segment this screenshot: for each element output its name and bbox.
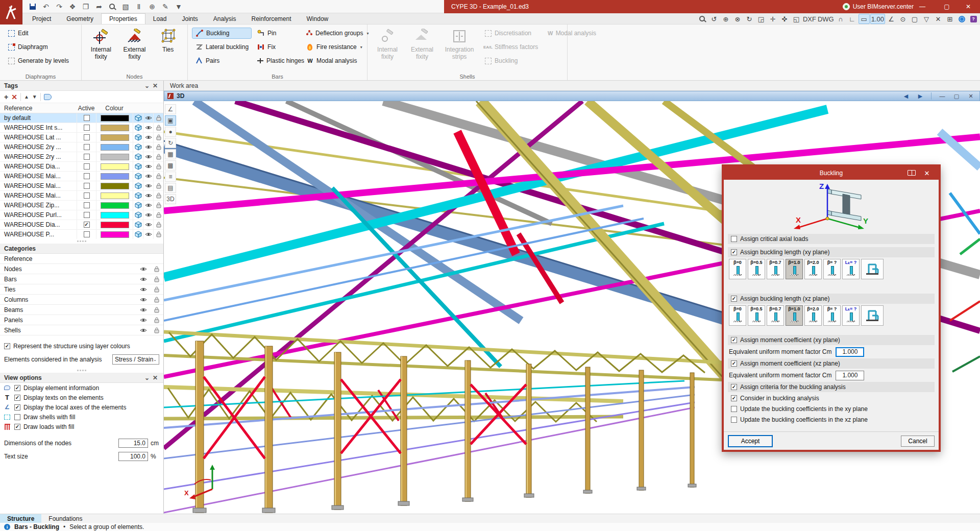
edit-button[interactable]: Edit bbox=[4, 28, 77, 39]
moment-xz-band[interactable]: Assign moment coefficient (xz plane) bbox=[728, 358, 935, 369]
ties-button[interactable]: Ties bbox=[153, 27, 183, 61]
viewport-tool-icon[interactable]: ▤ bbox=[165, 183, 176, 193]
assign-critical-checkbox[interactable] bbox=[731, 236, 737, 242]
cancel-button[interactable]: Cancel bbox=[901, 436, 935, 447]
toolbar-icon[interactable]: ∠ bbox=[886, 14, 897, 24]
active-checkbox[interactable] bbox=[84, 173, 90, 179]
buckling-button[interactable]: Buckling bbox=[192, 28, 252, 39]
visibility-eye-icon[interactable] bbox=[137, 328, 150, 333]
active-checkbox[interactable] bbox=[84, 212, 90, 218]
viewport-tool-icon[interactable]: 3D bbox=[165, 194, 176, 204]
beta-button[interactable]: β=0.7 bbox=[767, 259, 784, 279]
next-view-button[interactable]: ▶ bbox=[915, 93, 926, 100]
tag-row[interactable]: WAREHOUSE Dia... bbox=[0, 162, 163, 172]
toolbar-icon[interactable]: ◱ bbox=[791, 14, 802, 24]
viewport-tool-icon[interactable]: ≡ bbox=[165, 172, 176, 182]
tag-row[interactable]: WAREHOUSE Zip... bbox=[0, 201, 163, 210]
lock-icon[interactable] bbox=[153, 181, 163, 190]
plastic-hinges-button[interactable]: Plastic hinges bbox=[254, 55, 301, 66]
shells-external-fixity-button[interactable]: External fixity bbox=[406, 27, 438, 66]
visibility-eye-icon[interactable] bbox=[143, 181, 153, 190]
render-mode-cube-icon[interactable] bbox=[133, 220, 143, 229]
moment-xz-checkbox[interactable] bbox=[731, 360, 737, 367]
view-option-checkbox[interactable] bbox=[14, 395, 20, 401]
bimserver-user[interactable]: User BIMserver.center bbox=[843, 0, 914, 13]
moment-xy-band[interactable]: Assign moment coefficient (xy plane) bbox=[728, 335, 935, 345]
close-button[interactable]: ✕ bbox=[960, 0, 977, 13]
internal-fixity-button[interactable]: Internal fixity bbox=[86, 27, 116, 61]
toolbar-icon[interactable]: DXF bbox=[802, 14, 817, 24]
toolbar-icon[interactable]: ✛ bbox=[767, 14, 778, 24]
window-close-button[interactable]: ✕ bbox=[965, 93, 976, 100]
tag-row[interactable]: WAREHOUSE P... bbox=[0, 230, 163, 239]
discretisation-button[interactable]: Discretisation bbox=[481, 28, 541, 39]
category-row[interactable]: Nodes bbox=[0, 264, 163, 274]
quick-icon[interactable]: ➦ bbox=[94, 2, 104, 12]
text-size-input[interactable]: 100.0 bbox=[118, 452, 148, 461]
visibility-eye-icon[interactable] bbox=[143, 133, 153, 142]
cm-xz-input[interactable]: 1.000 bbox=[836, 371, 864, 380]
sway-frame-button[interactable] bbox=[861, 259, 884, 279]
fire-resistance-button[interactable]: Fire resistance ▾ bbox=[303, 41, 368, 53]
beta-button[interactable]: β=0.7 bbox=[767, 305, 784, 326]
beta-button[interactable]: β=2.0 bbox=[804, 305, 822, 326]
toolbar-icon[interactable]: ? bbox=[968, 14, 979, 24]
render-mode-cube-icon[interactable] bbox=[133, 113, 143, 123]
document-tab[interactable]: Foundations bbox=[41, 514, 89, 523]
tag-row[interactable]: WAREHOUSE Lat ... bbox=[0, 133, 163, 142]
tag-row[interactable]: WAREHOUSE 2ry ... bbox=[0, 142, 163, 152]
lock-icon[interactable] bbox=[153, 191, 163, 200]
lock-icon[interactable] bbox=[150, 256, 163, 262]
lock-icon[interactable] bbox=[150, 276, 163, 282]
beta-button[interactable]: β=0 bbox=[729, 305, 746, 326]
menu-item[interactable]: Window bbox=[299, 13, 336, 24]
dialog-close-icon[interactable]: ✕ bbox=[919, 170, 935, 177]
quick-icon[interactable]: ✎ bbox=[160, 2, 170, 12]
layer-colours-checkbox[interactable] bbox=[4, 343, 10, 349]
toolbar-icon[interactable]: 1.00 bbox=[870, 14, 885, 24]
lock-icon[interactable] bbox=[150, 266, 163, 272]
active-checkbox[interactable] bbox=[84, 183, 90, 189]
visibility-eye-icon[interactable] bbox=[143, 123, 153, 132]
criteria-band[interactable]: Assign criteria for the buckling analysi… bbox=[728, 382, 935, 392]
lock-icon[interactable] bbox=[153, 230, 163, 239]
view-option-checkbox[interactable] bbox=[14, 414, 20, 420]
colour-swatch[interactable] bbox=[101, 173, 129, 180]
menu-item[interactable]: Properties bbox=[101, 13, 145, 24]
view-option-row[interactable]: Display texts on the elements bbox=[0, 393, 163, 402]
category-row[interactable]: Beams bbox=[0, 305, 163, 315]
view-option-checkbox[interactable] bbox=[14, 424, 20, 430]
deflection-groups-button[interactable]: Deflection groups ▾ bbox=[303, 28, 368, 39]
visibility-eye-icon[interactable] bbox=[143, 230, 153, 239]
previous-view-button[interactable]: ◀ bbox=[900, 93, 912, 100]
render-mode-cube-icon[interactable] bbox=[133, 123, 143, 132]
fix-button[interactable]: Fix bbox=[254, 41, 301, 53]
visibility-eye-icon[interactable] bbox=[143, 152, 153, 161]
dialog-titlebar[interactable]: Buckling ✕ bbox=[724, 166, 939, 180]
quick-icon[interactable]: ▧ bbox=[120, 2, 131, 12]
active-checkbox[interactable] bbox=[84, 154, 90, 160]
lock-icon[interactable] bbox=[150, 286, 163, 293]
visibility-eye-icon[interactable] bbox=[143, 191, 153, 200]
toolbar-icon[interactable] bbox=[697, 14, 708, 24]
menu-item[interactable]: Joints bbox=[174, 13, 205, 24]
visibility-eye-icon[interactable] bbox=[143, 210, 153, 220]
menu-item[interactable]: Project bbox=[24, 13, 59, 24]
active-checkbox[interactable] bbox=[84, 202, 90, 208]
menu-item[interactable]: Load bbox=[145, 13, 175, 24]
beta-button[interactable]: β=1.0 bbox=[786, 305, 803, 326]
assign-xz-checkbox[interactable] bbox=[731, 296, 737, 302]
beta-button[interactable]: β=0.5 bbox=[748, 305, 765, 326]
consider-checkbox[interactable] bbox=[731, 395, 737, 401]
tag-row[interactable]: WAREHOUSE Mai... bbox=[0, 181, 163, 191]
cm-xy-input[interactable]: 1.000 bbox=[836, 347, 864, 357]
collapse-chevron-icon[interactable]: ⌄ bbox=[143, 82, 151, 89]
lock-icon[interactable] bbox=[153, 142, 163, 152]
colour-swatch[interactable] bbox=[101, 144, 129, 151]
lock-icon[interactable] bbox=[150, 327, 163, 333]
toolbar-icon[interactable]: ▽ bbox=[921, 14, 932, 24]
viewport-tool-icon[interactable]: ● bbox=[165, 127, 176, 137]
render-mode-cube-icon[interactable] bbox=[133, 162, 143, 171]
layer-colours-row[interactable]: Represent the structure using layer colo… bbox=[4, 341, 159, 352]
active-checkbox[interactable] bbox=[84, 125, 90, 131]
